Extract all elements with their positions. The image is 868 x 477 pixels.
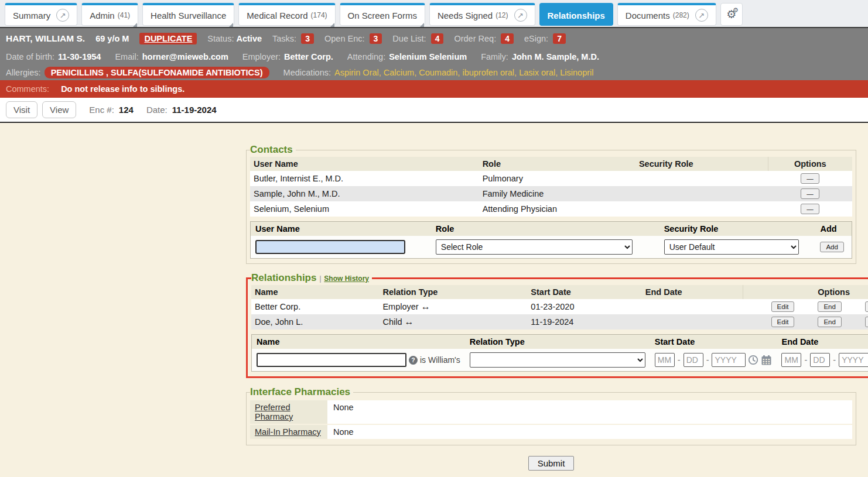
open-enc-badge[interactable]: 3 xyxy=(370,33,382,44)
end-day-input[interactable] xyxy=(810,353,830,367)
tab-relationships[interactable]: Relationships xyxy=(539,3,613,26)
contact-role-select[interactable]: Select Role xyxy=(436,239,633,255)
contact-name: Butler, Internist E., M.D. xyxy=(250,171,479,186)
contact-role: Family Medicine xyxy=(479,186,635,201)
add-contact-col-role: Role xyxy=(431,222,659,236)
remove-contact-button[interactable]: — xyxy=(801,204,819,214)
relationships-table: Name Relation Type Start Date End Date O… xyxy=(251,285,868,330)
external-link-icon[interactable]: ↗ xyxy=(695,9,708,22)
relationship-name: Doe, John L. xyxy=(251,314,379,330)
preferred-pharmacy-link[interactable]: Preferred Pharmacy xyxy=(255,403,293,421)
tasks-badge[interactable]: 3 xyxy=(301,33,314,44)
patient-banner-row2: Date of birth: 11-30-1954 Email: horner@… xyxy=(0,49,868,80)
contacts-col-security-role: Security Role xyxy=(635,157,768,171)
settings-button[interactable]: ⚙ ⚙ xyxy=(720,3,743,26)
tab-on-screen-forms[interactable]: On Screen Forms xyxy=(340,3,425,26)
contact-security-role xyxy=(635,186,768,201)
tab-admin-count: (41) xyxy=(118,11,130,19)
relation-type-select[interactable] xyxy=(470,352,645,368)
patient-banner-row1: HART, WILLIAM S. 69 y/o M DUPLICATE Stat… xyxy=(0,28,868,49)
order-req-badge[interactable]: 4 xyxy=(501,33,514,44)
delete-relationship-button[interactable]: Delete xyxy=(865,301,868,312)
tab-summary[interactable]: Summary ↗ xyxy=(5,3,77,26)
submit-button[interactable]: Submit xyxy=(528,456,575,471)
relationship-end-date xyxy=(642,299,743,314)
contact-name: Sample, John M., M.D. xyxy=(250,186,479,201)
pharmacy-row: Preferred Pharmacy None xyxy=(250,400,852,424)
tab-health-surveillance-label: Health Surveillance xyxy=(151,11,226,20)
medication-link[interactable]: ibuprofen oral xyxy=(462,68,514,77)
bidirectional-arrow-icon: ↔ xyxy=(421,301,430,311)
contact-row: Selenium, Selenium Attending Physician — xyxy=(250,201,852,217)
end-relationship-button[interactable]: End xyxy=(818,317,841,327)
external-link-icon[interactable]: ↗ xyxy=(514,9,527,22)
contacts-section: Contacts User Name Role Security Role Op… xyxy=(246,144,856,264)
medication-link[interactable]: Lasix oral xyxy=(519,68,555,77)
rel-col-relation-type: Relation Type xyxy=(379,285,527,299)
relationship-name-input[interactable] xyxy=(257,353,406,367)
allergies-value[interactable]: PENICILLINS , SULFA(SULFONAMIDE ANTIBIOT… xyxy=(45,67,269,78)
relationships-title: Relationships | Show History xyxy=(251,272,372,284)
contact-name: Selenium, Selenium xyxy=(250,201,479,217)
medication-link[interactable]: Coumadin xyxy=(419,68,457,77)
relationship-start-date: 01-23-2020 xyxy=(527,299,641,314)
relationship-type: Child xyxy=(382,317,402,327)
tab-health-surveillance[interactable]: Health Surveillance xyxy=(142,3,234,26)
end-month-input[interactable] xyxy=(781,353,801,367)
remove-contact-button[interactable]: — xyxy=(801,188,819,199)
contact-security-role-select[interactable]: User Default xyxy=(664,239,799,255)
tab-needs-signed[interactable]: Needs Signed (12) ↗ xyxy=(429,3,535,26)
visit-button[interactable]: Visit xyxy=(6,101,37,118)
due-list-label: Due List: xyxy=(392,34,426,43)
due-list-badge[interactable]: 4 xyxy=(431,33,444,44)
family-label: Family: xyxy=(481,52,508,61)
start-month-input[interactable] xyxy=(655,353,675,367)
calendar-icon[interactable] xyxy=(761,355,772,366)
add-rel-col-end-date: End Date xyxy=(777,335,868,349)
add-rel-col-relation-type: Relation Type xyxy=(465,335,650,349)
comments-label: Comments: xyxy=(6,84,49,94)
edit-relationship-button[interactable]: Edit xyxy=(771,317,795,327)
add-relationship-box: Name Relation Type Start Date End Date A… xyxy=(251,334,868,372)
remove-contact-button[interactable]: — xyxy=(801,173,819,184)
dob-value: 11-30-1954 xyxy=(58,52,101,61)
esign-label: eSign: xyxy=(524,34,548,43)
gears-icon-small: ⚙ xyxy=(733,6,739,14)
contact-user-name-input[interactable] xyxy=(255,240,405,254)
medication-link[interactable]: Calcium xyxy=(384,68,414,77)
view-button[interactable]: View xyxy=(42,101,76,118)
clock-icon[interactable] xyxy=(748,355,758,365)
date-dash: - xyxy=(833,355,836,365)
external-link-icon[interactable]: ↗ xyxy=(56,9,69,22)
contact-row: Sample, John M., M.D. Family Medicine — xyxy=(250,186,852,201)
allergies-label: Allergies: xyxy=(6,68,41,77)
medications-list: Aspirin Oral, Calcium, Coumadin, ibuprof… xyxy=(334,68,594,77)
delete-relationship-button[interactable]: Delete xyxy=(865,317,868,327)
employer-label: Employer: xyxy=(242,52,281,61)
email-value: horner@mieweb.com xyxy=(142,52,228,61)
start-year-input[interactable] xyxy=(712,353,746,367)
end-year-input[interactable] xyxy=(839,353,868,367)
medication-link[interactable]: Lisinopril xyxy=(560,68,593,77)
tab-medical-record[interactable]: Medical Record (174) xyxy=(238,3,335,26)
enc-date-value: 11-19-2024 xyxy=(172,105,217,115)
edit-relationship-button[interactable]: Edit xyxy=(771,301,795,312)
tab-admin[interactable]: Admin (41) xyxy=(81,3,138,26)
duplicate-flag[interactable]: DUPLICATE xyxy=(139,33,197,44)
date-dash: - xyxy=(804,355,807,365)
relationship-type: Employer xyxy=(382,302,418,311)
add-contact-button[interactable]: Add xyxy=(820,242,843,252)
mail-in-pharmacy-link[interactable]: Mail-In Pharmacy xyxy=(255,427,321,437)
start-day-input[interactable] xyxy=(684,353,703,367)
medication-link[interactable]: Aspirin Oral xyxy=(334,68,379,77)
esign-badge[interactable]: 7 xyxy=(553,33,566,44)
end-relationship-button[interactable]: End xyxy=(818,301,841,312)
contact-security-role xyxy=(635,171,768,186)
tab-admin-label: Admin xyxy=(90,11,115,20)
tab-documents[interactable]: Documents (282) ↗ xyxy=(617,3,716,26)
show-history-link[interactable]: Show History xyxy=(324,274,369,283)
help-icon[interactable]: ? xyxy=(409,356,418,365)
comments-banner: Comments: Do not release info to sibling… xyxy=(0,80,868,98)
pharmacies-table: Preferred Pharmacy None Mail-In Pharmacy… xyxy=(250,399,852,440)
patient-name: HART, WILLIAM S. xyxy=(6,33,85,44)
